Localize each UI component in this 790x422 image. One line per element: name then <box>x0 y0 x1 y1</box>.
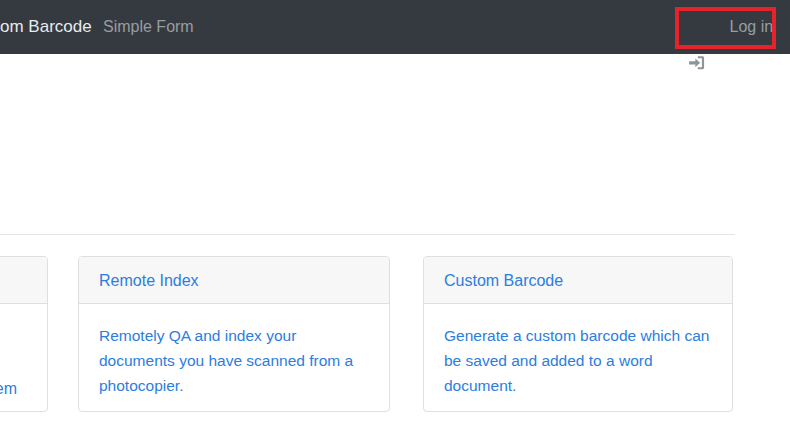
card-body: Generate a custom barcode which can be s… <box>424 304 732 412</box>
login-label: Log in <box>730 18 774 36</box>
card-partial-left: em <box>0 256 48 412</box>
card-title-custom-barcode-link[interactable]: Custom Barcode <box>444 272 563 289</box>
card-header: Custom Barcode <box>424 257 732 304</box>
card-custom-barcode: Custom Barcode Generate a custom barcode… <box>423 256 733 412</box>
card-text-fragment-link[interactable]: em <box>0 376 17 401</box>
card-title-remote-index-link[interactable]: Remote Index <box>99 272 199 289</box>
nav-item-simple-form[interactable]: Simple Form <box>103 0 194 54</box>
navbar: om Barcode Simple Form Log in <box>0 0 790 54</box>
page: om Barcode Simple Form Log in em Remote … <box>0 0 790 422</box>
card-body-partial: em <box>0 304 47 412</box>
card-text-custom-barcode-link[interactable]: Generate a custom barcode which can be s… <box>444 323 709 398</box>
section-divider <box>0 234 735 235</box>
sign-in-icon <box>688 19 724 35</box>
card-header-partial <box>0 257 47 304</box>
card-body: Remotely QA and index your documents you… <box>79 304 389 412</box>
card-remote-index: Remote Index Remotely QA and index your … <box>78 256 390 412</box>
card-header: Remote Index <box>79 257 389 304</box>
card-text-remote-index-link[interactable]: Remotely QA and index your documents you… <box>99 323 353 398</box>
navbar-brand-partial[interactable]: om Barcode <box>0 0 92 54</box>
login-link[interactable]: Log in <box>688 0 773 54</box>
